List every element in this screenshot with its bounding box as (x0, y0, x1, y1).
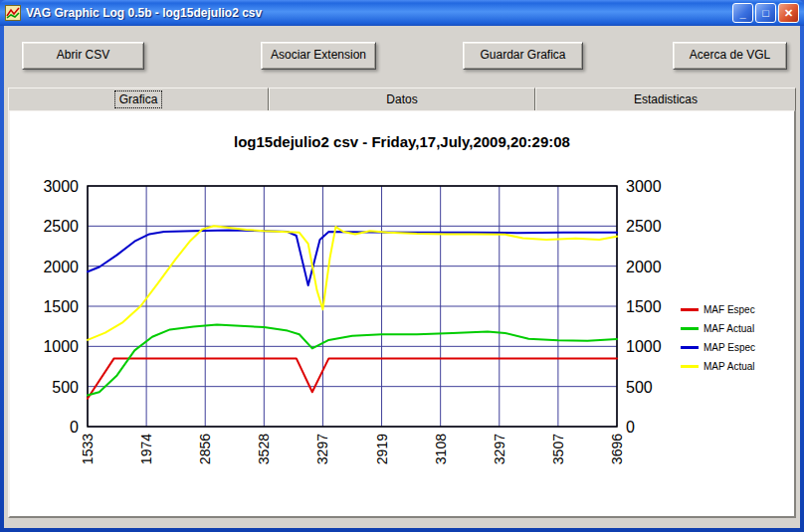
x-tick-label: 1533 (80, 434, 96, 464)
associate-extension-button[interactable]: Asociar Extension (261, 42, 376, 70)
legend-label: MAF Actual (704, 323, 754, 334)
y-tick-label-left: 3000 (43, 178, 79, 195)
legend-swatch-icon (681, 327, 699, 330)
tab-datos-label: Datos (386, 92, 417, 106)
tab-estadisticas[interactable]: Estadisticas (535, 88, 796, 110)
save-graphic-button[interactable]: Guardar Grafica (463, 42, 583, 70)
legend-label: MAF Espec (704, 304, 755, 315)
tab-estadisticas-label: Estadisticas (634, 92, 698, 106)
legend-swatch-icon (681, 346, 699, 349)
legend-swatch-icon (681, 308, 699, 311)
y-tick-label-right: 2500 (626, 218, 662, 235)
x-tick-label: 3297 (314, 434, 330, 464)
y-tick-label-left: 1500 (43, 298, 79, 315)
maximize-button[interactable]: □ (755, 3, 776, 23)
y-tick-label-right: 0 (626, 419, 635, 436)
app-icon[interactable] (5, 5, 21, 21)
x-tick-label: 3507 (550, 434, 566, 464)
tab-strip: Grafica Datos Estadisticas (8, 88, 796, 110)
x-tick-label: 1974 (138, 434, 154, 464)
x-tick-label: 2856 (197, 434, 213, 464)
x-tick-label: 3108 (433, 434, 449, 464)
y-tick-label-left: 0 (70, 419, 79, 436)
x-tick-label: 3528 (256, 434, 272, 464)
legend-label: MAP Actual (704, 361, 755, 372)
line-chart: 1533197428563528329729193108329735073696… (10, 111, 794, 516)
app-window: VAG Graphic Log 0.5b - log15dejulio2 csv… (0, 0, 804, 532)
window-title: VAG Graphic Log 0.5b - log15dejulio2 csv (26, 6, 730, 20)
legend-item: MAF Espec (681, 300, 755, 319)
tab-grafica[interactable]: Grafica (8, 88, 269, 110)
close-button[interactable]: ✕ (778, 3, 799, 23)
y-tick-label-left: 500 (52, 379, 79, 396)
chart-legend: MAF EspecMAF ActualMAP EspecMAP Actual (681, 300, 755, 376)
series-line-maf-espec (88, 358, 617, 398)
legend-label: MAP Espec (704, 342, 755, 353)
y-tick-label-right: 1000 (626, 338, 662, 355)
y-tick-label-left: 1000 (43, 338, 79, 355)
tab-grafica-label: Grafica (115, 91, 162, 107)
series-line-map-actual (88, 226, 617, 340)
legend-swatch-icon (681, 365, 699, 368)
title-bar[interactable]: VAG Graphic Log 0.5b - log15dejulio2 csv… (0, 0, 804, 26)
x-tick-label: 2919 (374, 434, 390, 464)
y-tick-label-right: 500 (626, 379, 653, 396)
y-tick-label-right: 3000 (626, 178, 662, 195)
y-tick-label-left: 2500 (43, 218, 79, 235)
y-tick-label-right: 2000 (626, 259, 662, 275)
legend-item: MAP Espec (681, 338, 755, 357)
x-tick-label: 3297 (492, 434, 507, 464)
y-tick-label-left: 2000 (43, 259, 79, 275)
x-tick-label: 3696 (609, 434, 625, 464)
about-vgl-button[interactable]: Acerca de VGL (673, 42, 787, 70)
legend-item: MAF Actual (681, 319, 755, 338)
chart-panel: log15dejulio2 csv - Friday,17,July,2009,… (8, 109, 796, 518)
series-line-maf-actual (88, 325, 617, 396)
open-csv-button[interactable]: Abrir CSV (22, 42, 144, 70)
legend-item: MAP Actual (681, 357, 755, 376)
minimize-button[interactable]: _ (732, 3, 753, 23)
y-tick-label-right: 1500 (626, 298, 662, 315)
tab-datos[interactable]: Datos (269, 88, 535, 110)
window-content: Abrir CSV Asociar Extension Guardar Graf… (4, 26, 800, 528)
